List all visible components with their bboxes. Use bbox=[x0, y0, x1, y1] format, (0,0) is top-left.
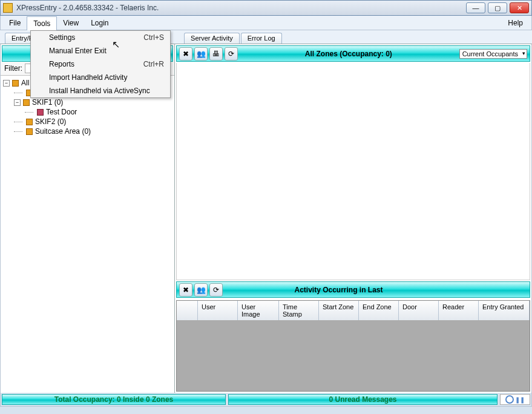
minimize-button[interactable]: — bbox=[466, 2, 485, 13]
zones-header-bar: ✖ 👥 🖶 ⟳ All Zones (Occupancy: 0) Current… bbox=[176, 45, 530, 62]
activity-grid-body[interactable] bbox=[177, 320, 530, 391]
occupants-area bbox=[176, 63, 530, 280]
menu-tools[interactable]: Tools bbox=[27, 16, 57, 30]
tab-server-activity[interactable]: Server Activity bbox=[184, 33, 240, 44]
zones-header-title: All Zones (Occupancy: 0) bbox=[240, 50, 458, 58]
tree-skif2[interactable]: SKIF2 (0) bbox=[2, 117, 173, 126]
menu-install-activesync[interactable]: Install Handheld via ActiveSync bbox=[31, 84, 170, 97]
tree-suitcase[interactable]: Suitcase Area (0) bbox=[2, 126, 173, 136]
menu-view[interactable]: View bbox=[57, 16, 85, 30]
grid-row-selector-col[interactable] bbox=[177, 301, 198, 320]
activity-header-bar: ✖ 👥 ⟳ Activity Occurring in Last bbox=[176, 281, 530, 298]
col-door[interactable]: Door bbox=[399, 301, 439, 320]
activity-refresh-icon[interactable]: ⟳ bbox=[209, 283, 223, 297]
menubar: File Tools View Login Help bbox=[0, 16, 532, 30]
status-messages[interactable]: 0 Unread Messages bbox=[228, 394, 498, 405]
col-time-stamp[interactable]: Time Stamp bbox=[279, 301, 319, 320]
col-start-zone[interactable]: Start Zone bbox=[319, 301, 359, 320]
maximize-button[interactable]: ▢ bbox=[488, 2, 507, 13]
users-icon[interactable]: 👥 bbox=[194, 47, 208, 61]
app-icon bbox=[3, 3, 13, 13]
activity-settings-icon[interactable]: ✖ bbox=[179, 283, 192, 297]
close-button[interactable]: ✕ bbox=[510, 2, 529, 13]
tree-skif1[interactable]: − SKIF1 (0) bbox=[2, 97, 173, 107]
menu-login[interactable]: Login bbox=[85, 16, 114, 30]
col-end-zone[interactable]: End Zone bbox=[359, 301, 399, 320]
tools-dropdown: Settings Ctrl+S Manual Enter Exit Report… bbox=[30, 30, 171, 98]
refresh-icon[interactable]: ⟳ bbox=[225, 47, 238, 61]
activity-header-title: Activity Occurring in Last bbox=[225, 286, 453, 294]
settings-icon[interactable]: ✖ bbox=[179, 47, 192, 61]
activity-grid-header: User User Image Time Stamp Start Zone En… bbox=[177, 301, 530, 320]
col-entry-granted[interactable]: Entry Granted bbox=[479, 301, 530, 320]
pause-icon: ❚❚ bbox=[515, 396, 525, 403]
col-user-image[interactable]: User Image bbox=[238, 301, 279, 320]
statusbar: Total Occupancy: 0 Inside 0 Zones 0 Unre… bbox=[0, 393, 532, 407]
menu-import-handheld[interactable]: Import Handheld Activity bbox=[31, 71, 170, 84]
zones-tree[interactable]: − All Outside (0) − SKIF1 (0) Test Door … bbox=[1, 76, 174, 393]
content-panel: ✖ 👥 🖶 ⟳ All Zones (Occupancy: 0) Current… bbox=[175, 44, 531, 393]
tab-error-log[interactable]: Error Log bbox=[241, 33, 282, 44]
menu-reports[interactable]: Reports Ctrl+R bbox=[31, 58, 170, 71]
col-reader[interactable]: Reader bbox=[439, 301, 479, 320]
status-occupancy: Total Occupancy: 0 Inside 0 Zones bbox=[2, 394, 226, 405]
activity-users-icon[interactable]: 👥 bbox=[194, 283, 208, 297]
titlebar: XPressEntry - 2.0.4658.33342 - Telaeris … bbox=[0, 0, 532, 16]
menu-settings[interactable]: Settings Ctrl+S bbox=[31, 31, 170, 44]
print-icon[interactable]: 🖶 bbox=[209, 47, 223, 61]
window-title: XPressEntry - 2.0.4658.33342 - Telaeris … bbox=[16, 4, 466, 12]
filter-label: Filter: bbox=[4, 64, 22, 73]
status-clock[interactable]: ❚❚ bbox=[500, 394, 530, 405]
menu-help[interactable]: Help bbox=[502, 16, 529, 30]
cursor-icon: ↖ bbox=[112, 39, 120, 50]
tree-test-door[interactable]: Test Door bbox=[2, 107, 173, 117]
clock-icon bbox=[505, 395, 514, 404]
activity-grid: User User Image Time Stamp Start Zone En… bbox=[176, 300, 530, 392]
occupants-select[interactable]: Current Occupants bbox=[459, 49, 527, 59]
menu-file[interactable]: File bbox=[3, 16, 27, 30]
menu-manual-enter-exit[interactable]: Manual Enter Exit bbox=[31, 44, 170, 58]
col-user[interactable]: User bbox=[198, 301, 238, 320]
